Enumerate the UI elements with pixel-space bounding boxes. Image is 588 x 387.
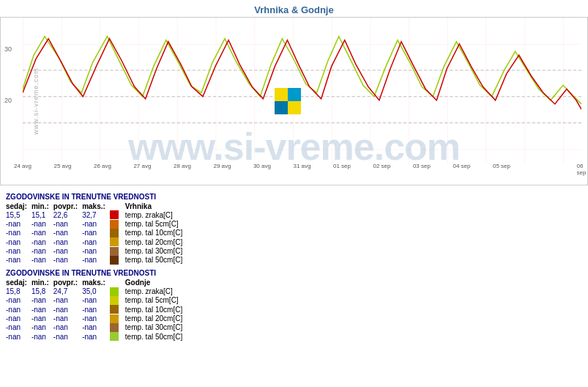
chart-area: www.si-vreme.com 30 20 24 avg 25 avg 26 … [0, 17, 588, 185]
y-label-20: 20 [4, 97, 12, 104]
s2r0-colorbox [110, 287, 119, 296]
section1-row-4: -nan -nan -nan -nan temp. tal 30cm[C] [6, 246, 187, 255]
x-label-02sep: 02 sep [373, 163, 390, 169]
y-label-30: 30 [4, 45, 12, 53]
x-label-05sep: 05 sep [493, 163, 510, 169]
s1r5-colorbox [110, 256, 119, 265]
col-sedaj: sedaj: [6, 202, 31, 210]
x-label-31avg: 31 avg [293, 163, 310, 169]
x-label-25avg: 25 avg [53, 163, 71, 169]
s1r0-maks: 32,7 [82, 210, 110, 219]
section1-row-5: -nan -nan -nan -nan temp. tal 50cm[C] [6, 256, 187, 265]
s1r0-sedaj: 15,5 [6, 210, 31, 219]
x-label-27avg: 27 avg [133, 163, 151, 169]
s2r3-colorbox [110, 314, 119, 323]
x-label-29avg: 29 avg [213, 163, 231, 169]
section2-row-2: -nan -nan -nan -nan temp. tal 10cm[C] [6, 305, 187, 314]
s1r4-colorbox [110, 247, 119, 256]
bottom-section: ZGODOVINSKE IN TRENUTNE VREDNOSTI sedaj:… [0, 185, 588, 345]
chart-svg [23, 18, 581, 164]
section2-title: ZGODOVINSKE IN TRENUTNE VREDNOSTI [6, 269, 582, 277]
section2-row-3: -nan -nan -nan -nan temp. tal 20cm[C] [6, 314, 187, 322]
x-label-26avg: 26 avg [94, 163, 111, 169]
x-label-30avg: 30 avg [253, 163, 271, 169]
s2r2-colorbox [110, 305, 119, 314]
section1-row-0: 15,5 15,1 22,6 32,7 temp. zraka[C] [6, 210, 187, 219]
svg-rect-0 [23, 18, 581, 164]
s1r0-min: 15,1 [31, 210, 53, 219]
section2-table: sedaj: min.: povpr.: maks.: Godnje 15,8 … [6, 279, 187, 341]
x-label-01sep: 01 sep [333, 163, 351, 169]
s2r4-colorbox [110, 323, 119, 332]
s1r0-povpr: 22,6 [53, 210, 82, 219]
s2r5-colorbox [110, 332, 119, 341]
s1r1-colorbox [110, 220, 119, 229]
section1-row-2: -nan -nan -nan -nan temp. tal 10cm[C] [6, 229, 187, 237]
section1-station: Vrhnika [125, 202, 187, 210]
section1-title: ZGODOVINSKE IN TRENUTNE VREDNOSTI [6, 193, 582, 201]
section2-row-5: -nan -nan -nan -nan temp. tal 50cm[C] [6, 332, 187, 341]
section2-row-1: -nan -nan -nan -nan temp. tal 5cm[C] [6, 296, 187, 305]
x-label-04sep: 04 sep [453, 163, 470, 169]
x-label-24avg: 24 avg [14, 163, 31, 169]
col-maks: maks.: [82, 202, 110, 210]
s1r0-label: temp. zraka[C] [125, 210, 187, 219]
x-axis: 24 avg 25 avg 26 avg 27 avg 28 avg 29 av… [23, 163, 581, 173]
s2r1-colorbox [110, 296, 119, 305]
col-povpr: povpr.: [53, 202, 82, 210]
section2-station: Godnje [125, 279, 187, 287]
section2-row-4: -nan -nan -nan -nan temp. tal 30cm[C] [6, 323, 187, 332]
x-label-28avg: 28 avg [174, 163, 191, 169]
s1r0-colorbox [110, 210, 119, 219]
x-label-06sep: 06 sep [577, 163, 587, 176]
section1-table: sedaj: min.: povpr.: maks.: Vrhnika 15,5… [6, 202, 187, 265]
section1-row-1: -nan -nan -nan -nan temp. tal 5cm[C] [6, 219, 187, 228]
chart-title: Vrhnika & Godnje [0, 0, 588, 17]
section1-row-3: -nan -nan -nan -nan temp. tal 20cm[C] [6, 237, 187, 246]
section2-row-0: 15,8 15,8 24,7 35,0 temp. zraka[C] [6, 287, 187, 295]
x-label-03sep: 03 sep [413, 163, 431, 169]
col-min: min.: [31, 202, 53, 210]
s1r2-colorbox [110, 229, 119, 237]
s1r3-colorbox [110, 237, 119, 246]
